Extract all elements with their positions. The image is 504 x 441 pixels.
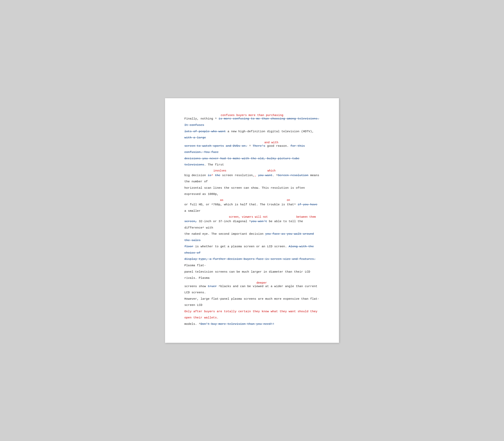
insertion-line-6: deeper [204,281,320,285]
text-line-12: panel television screens can be much lar… [184,270,310,280]
insertion-line-3: involves which [184,168,320,172]
insertion-between-them: between them [296,214,316,220]
text-line-7: or full HD, or ^768p, which is half that… [184,203,317,213]
insertion-which: which [267,168,275,173]
text-line-13: screens show truer ^blacks and can be vi… [184,284,317,294]
text-line-16: models. ^Don't buy more television than … [184,322,274,326]
text-line-9: the naked eye. The second important deci… [184,232,314,242]
insertion-as: as [220,197,223,203]
text-line-4: decisions you never had to make with the… [184,157,299,167]
text-line-14: However, large flat-panel plasma screens… [184,297,319,307]
insertion-line-4: as on [184,197,320,202]
insertion-line-2: and with [223,141,320,144]
text-content: confuses buyers more than purchasing Fin… [184,114,320,327]
text-line-2: lots of people who want a new high-defin… [184,130,314,140]
text-line-3: screen to watch sports and DVDs on. ^ Th… [184,144,305,154]
insertion-on: on [287,197,290,203]
text-line-11: display type, a further decision buyers … [184,257,316,267]
text-line-10: floor is whether to get a plasma screen … [184,245,314,255]
insertion-line-5: screen, viewers will not between them [184,214,320,219]
insertion-involves: involves [213,168,226,173]
text-line-15-red: Only after buyers are totally certain th… [184,310,317,320]
text-line-1: Finally, nothing ^ is more confusing to … [184,117,319,127]
insertion-line-1: confuses buyers more than purchasing [184,114,320,117]
document-page: confuses buyers more than purchasing Fin… [165,98,339,343]
insertion-screen-viewers: screen, viewers will not [229,214,268,220]
text-line-6: horizontal scan lines the screen can sho… [184,186,305,196]
text-line-5: big decision is^ the screen resolution,,… [184,173,319,184]
text-line-8: screen, 32-inch or 37-inch diagonal ^you… [184,220,303,230]
